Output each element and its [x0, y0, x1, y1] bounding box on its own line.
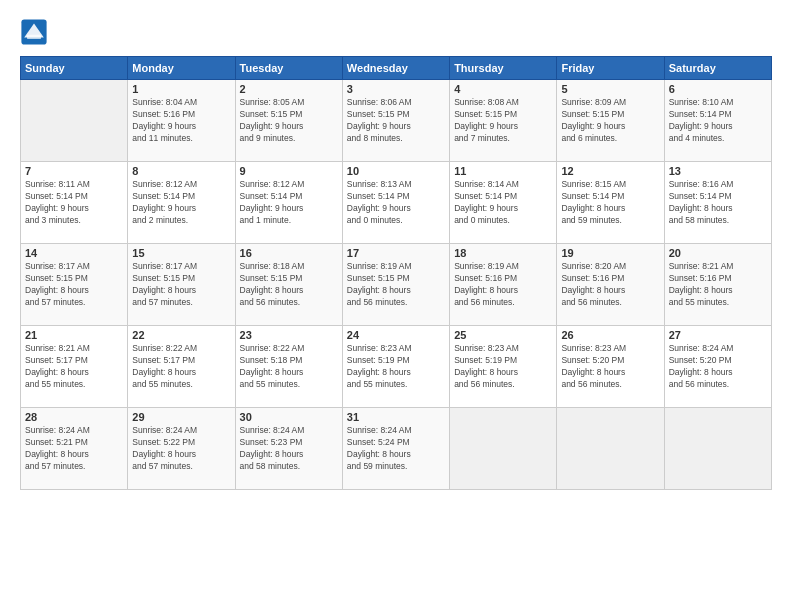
- cell-info: Sunrise: 8:10 AM Sunset: 5:14 PM Dayligh…: [669, 97, 767, 145]
- day-number: 25: [454, 329, 552, 341]
- calendar-cell: 28Sunrise: 8:24 AM Sunset: 5:21 PM Dayli…: [21, 408, 128, 490]
- cell-info: Sunrise: 8:21 AM Sunset: 5:16 PM Dayligh…: [669, 261, 767, 309]
- page: SundayMondayTuesdayWednesdayThursdayFrid…: [0, 0, 792, 612]
- cell-info: Sunrise: 8:23 AM Sunset: 5:20 PM Dayligh…: [561, 343, 659, 391]
- calendar-cell: 14Sunrise: 8:17 AM Sunset: 5:15 PM Dayli…: [21, 244, 128, 326]
- cell-info: Sunrise: 8:16 AM Sunset: 5:14 PM Dayligh…: [669, 179, 767, 227]
- calendar-cell: 27Sunrise: 8:24 AM Sunset: 5:20 PM Dayli…: [664, 326, 771, 408]
- calendar-cell: 7Sunrise: 8:11 AM Sunset: 5:14 PM Daylig…: [21, 162, 128, 244]
- day-number: 16: [240, 247, 338, 259]
- day-number: 2: [240, 83, 338, 95]
- calendar-cell: 22Sunrise: 8:22 AM Sunset: 5:17 PM Dayli…: [128, 326, 235, 408]
- cell-info: Sunrise: 8:19 AM Sunset: 5:16 PM Dayligh…: [454, 261, 552, 309]
- week-row-4: 21Sunrise: 8:21 AM Sunset: 5:17 PM Dayli…: [21, 326, 772, 408]
- day-number: 5: [561, 83, 659, 95]
- calendar-cell: [664, 408, 771, 490]
- calendar-cell: [21, 80, 128, 162]
- calendar-table: SundayMondayTuesdayWednesdayThursdayFrid…: [20, 56, 772, 490]
- week-row-5: 28Sunrise: 8:24 AM Sunset: 5:21 PM Dayli…: [21, 408, 772, 490]
- day-number: 24: [347, 329, 445, 341]
- day-number: 31: [347, 411, 445, 423]
- day-header-tuesday: Tuesday: [235, 57, 342, 80]
- cell-info: Sunrise: 8:22 AM Sunset: 5:18 PM Dayligh…: [240, 343, 338, 391]
- logo: [20, 18, 52, 46]
- calendar-cell: 8Sunrise: 8:12 AM Sunset: 5:14 PM Daylig…: [128, 162, 235, 244]
- day-number: 15: [132, 247, 230, 259]
- cell-info: Sunrise: 8:17 AM Sunset: 5:15 PM Dayligh…: [132, 261, 230, 309]
- cell-info: Sunrise: 8:24 AM Sunset: 5:21 PM Dayligh…: [25, 425, 123, 473]
- cell-info: Sunrise: 8:23 AM Sunset: 5:19 PM Dayligh…: [347, 343, 445, 391]
- calendar-cell: 6Sunrise: 8:10 AM Sunset: 5:14 PM Daylig…: [664, 80, 771, 162]
- calendar-cell: 16Sunrise: 8:18 AM Sunset: 5:15 PM Dayli…: [235, 244, 342, 326]
- calendar-cell: 3Sunrise: 8:06 AM Sunset: 5:15 PM Daylig…: [342, 80, 449, 162]
- calendar-cell: 1Sunrise: 8:04 AM Sunset: 5:16 PM Daylig…: [128, 80, 235, 162]
- cell-info: Sunrise: 8:22 AM Sunset: 5:17 PM Dayligh…: [132, 343, 230, 391]
- day-header-sunday: Sunday: [21, 57, 128, 80]
- day-header-thursday: Thursday: [450, 57, 557, 80]
- cell-info: Sunrise: 8:21 AM Sunset: 5:17 PM Dayligh…: [25, 343, 123, 391]
- cell-info: Sunrise: 8:05 AM Sunset: 5:15 PM Dayligh…: [240, 97, 338, 145]
- calendar-cell: 31Sunrise: 8:24 AM Sunset: 5:24 PM Dayli…: [342, 408, 449, 490]
- day-number: 4: [454, 83, 552, 95]
- day-number: 14: [25, 247, 123, 259]
- cell-info: Sunrise: 8:08 AM Sunset: 5:15 PM Dayligh…: [454, 97, 552, 145]
- day-header-monday: Monday: [128, 57, 235, 80]
- week-row-3: 14Sunrise: 8:17 AM Sunset: 5:15 PM Dayli…: [21, 244, 772, 326]
- logo-icon: [20, 18, 48, 46]
- day-number: 23: [240, 329, 338, 341]
- day-number: 13: [669, 165, 767, 177]
- calendar-cell: 23Sunrise: 8:22 AM Sunset: 5:18 PM Dayli…: [235, 326, 342, 408]
- cell-info: Sunrise: 8:15 AM Sunset: 5:14 PM Dayligh…: [561, 179, 659, 227]
- cell-info: Sunrise: 8:18 AM Sunset: 5:15 PM Dayligh…: [240, 261, 338, 309]
- calendar-cell: 5Sunrise: 8:09 AM Sunset: 5:15 PM Daylig…: [557, 80, 664, 162]
- calendar-cell: 10Sunrise: 8:13 AM Sunset: 5:14 PM Dayli…: [342, 162, 449, 244]
- day-number: 22: [132, 329, 230, 341]
- day-number: 17: [347, 247, 445, 259]
- day-number: 8: [132, 165, 230, 177]
- cell-info: Sunrise: 8:13 AM Sunset: 5:14 PM Dayligh…: [347, 179, 445, 227]
- day-number: 7: [25, 165, 123, 177]
- day-number: 29: [132, 411, 230, 423]
- header-row: SundayMondayTuesdayWednesdayThursdayFrid…: [21, 57, 772, 80]
- calendar-cell: [557, 408, 664, 490]
- cell-info: Sunrise: 8:12 AM Sunset: 5:14 PM Dayligh…: [240, 179, 338, 227]
- cell-info: Sunrise: 8:20 AM Sunset: 5:16 PM Dayligh…: [561, 261, 659, 309]
- calendar-cell: 30Sunrise: 8:24 AM Sunset: 5:23 PM Dayli…: [235, 408, 342, 490]
- calendar-cell: 13Sunrise: 8:16 AM Sunset: 5:14 PM Dayli…: [664, 162, 771, 244]
- cell-info: Sunrise: 8:06 AM Sunset: 5:15 PM Dayligh…: [347, 97, 445, 145]
- calendar-cell: 18Sunrise: 8:19 AM Sunset: 5:16 PM Dayli…: [450, 244, 557, 326]
- calendar-cell: 19Sunrise: 8:20 AM Sunset: 5:16 PM Dayli…: [557, 244, 664, 326]
- cell-info: Sunrise: 8:24 AM Sunset: 5:22 PM Dayligh…: [132, 425, 230, 473]
- day-number: 1: [132, 83, 230, 95]
- cell-info: Sunrise: 8:14 AM Sunset: 5:14 PM Dayligh…: [454, 179, 552, 227]
- day-number: 28: [25, 411, 123, 423]
- svg-rect-2: [27, 35, 41, 39]
- calendar-cell: 25Sunrise: 8:23 AM Sunset: 5:19 PM Dayli…: [450, 326, 557, 408]
- cell-info: Sunrise: 8:04 AM Sunset: 5:16 PM Dayligh…: [132, 97, 230, 145]
- calendar-cell: 17Sunrise: 8:19 AM Sunset: 5:15 PM Dayli…: [342, 244, 449, 326]
- cell-info: Sunrise: 8:09 AM Sunset: 5:15 PM Dayligh…: [561, 97, 659, 145]
- calendar-cell: 24Sunrise: 8:23 AM Sunset: 5:19 PM Dayli…: [342, 326, 449, 408]
- cell-info: Sunrise: 8:17 AM Sunset: 5:15 PM Dayligh…: [25, 261, 123, 309]
- day-number: 3: [347, 83, 445, 95]
- day-number: 20: [669, 247, 767, 259]
- day-number: 30: [240, 411, 338, 423]
- calendar-cell: 2Sunrise: 8:05 AM Sunset: 5:15 PM Daylig…: [235, 80, 342, 162]
- cell-info: Sunrise: 8:24 AM Sunset: 5:23 PM Dayligh…: [240, 425, 338, 473]
- day-number: 18: [454, 247, 552, 259]
- calendar-cell: 29Sunrise: 8:24 AM Sunset: 5:22 PM Dayli…: [128, 408, 235, 490]
- calendar-cell: [450, 408, 557, 490]
- calendar-cell: 26Sunrise: 8:23 AM Sunset: 5:20 PM Dayli…: [557, 326, 664, 408]
- day-number: 11: [454, 165, 552, 177]
- header: [20, 18, 772, 46]
- calendar-cell: 15Sunrise: 8:17 AM Sunset: 5:15 PM Dayli…: [128, 244, 235, 326]
- day-number: 10: [347, 165, 445, 177]
- calendar-cell: 20Sunrise: 8:21 AM Sunset: 5:16 PM Dayli…: [664, 244, 771, 326]
- cell-info: Sunrise: 8:19 AM Sunset: 5:15 PM Dayligh…: [347, 261, 445, 309]
- calendar-cell: 12Sunrise: 8:15 AM Sunset: 5:14 PM Dayli…: [557, 162, 664, 244]
- day-number: 9: [240, 165, 338, 177]
- cell-info: Sunrise: 8:11 AM Sunset: 5:14 PM Dayligh…: [25, 179, 123, 227]
- calendar-cell: 21Sunrise: 8:21 AM Sunset: 5:17 PM Dayli…: [21, 326, 128, 408]
- cell-info: Sunrise: 8:24 AM Sunset: 5:24 PM Dayligh…: [347, 425, 445, 473]
- calendar-cell: 4Sunrise: 8:08 AM Sunset: 5:15 PM Daylig…: [450, 80, 557, 162]
